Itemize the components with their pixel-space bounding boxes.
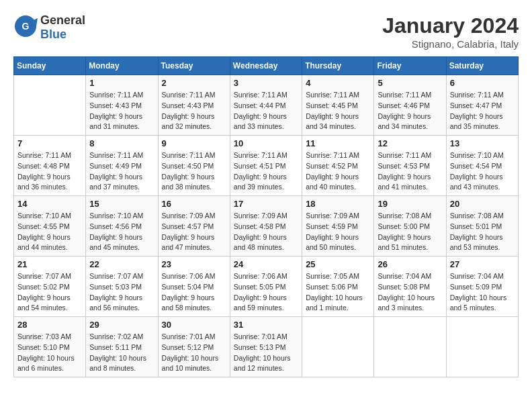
day-cell: 7Sunrise: 7:11 AM Sunset: 4:48 PM Daylig…	[14, 136, 86, 196]
day-number: 7	[17, 138, 82, 148]
day-number: 26	[378, 259, 442, 269]
week-row-1: 1Sunrise: 7:11 AM Sunset: 4:43 PM Daylig…	[14, 75, 519, 136]
day-number: 16	[162, 199, 226, 209]
day-cell: 9Sunrise: 7:11 AM Sunset: 4:50 PM Daylig…	[158, 136, 230, 196]
logo: G General Blue	[13, 13, 85, 42]
day-header-wednesday: Wednesday	[230, 57, 302, 75]
day-number: 6	[450, 78, 515, 88]
day-header-tuesday: Tuesday	[158, 57, 230, 75]
day-cell	[14, 75, 86, 136]
week-row-5: 28Sunrise: 7:03 AM Sunset: 5:10 PM Dayli…	[14, 317, 519, 377]
day-number: 24	[234, 259, 298, 269]
day-header-friday: Friday	[374, 57, 446, 75]
day-info: Sunrise: 7:02 AM Sunset: 5:11 PM Dayligh…	[89, 332, 154, 374]
day-cell: 18Sunrise: 7:09 AM Sunset: 4:59 PM Dayli…	[302, 196, 374, 257]
week-row-4: 21Sunrise: 7:07 AM Sunset: 5:02 PM Dayli…	[14, 257, 519, 317]
day-cell: 24Sunrise: 7:06 AM Sunset: 5:05 PM Dayli…	[230, 257, 302, 317]
day-info: Sunrise: 7:09 AM Sunset: 4:58 PM Dayligh…	[234, 211, 298, 253]
day-info: Sunrise: 7:11 AM Sunset: 4:46 PM Dayligh…	[378, 90, 442, 132]
svg-text:G: G	[22, 21, 30, 32]
day-info: Sunrise: 7:11 AM Sunset: 4:47 PM Dayligh…	[450, 90, 515, 132]
day-info: Sunrise: 7:08 AM Sunset: 5:00 PM Dayligh…	[378, 211, 442, 253]
day-cell: 13Sunrise: 7:10 AM Sunset: 4:54 PM Dayli…	[446, 136, 518, 196]
day-number: 15	[89, 199, 154, 209]
day-info: Sunrise: 7:10 AM Sunset: 4:56 PM Dayligh…	[89, 211, 154, 253]
day-info: Sunrise: 7:09 AM Sunset: 4:57 PM Dayligh…	[162, 211, 226, 253]
day-cell	[302, 317, 374, 377]
day-number: 3	[234, 78, 298, 88]
logo-text: General Blue	[40, 13, 85, 42]
day-number: 1	[89, 78, 154, 88]
day-cell: 22Sunrise: 7:07 AM Sunset: 5:03 PM Dayli…	[86, 257, 158, 317]
day-info: Sunrise: 7:01 AM Sunset: 5:13 PM Dayligh…	[234, 332, 298, 374]
calendar-table: SundayMondayTuesdayWednesdayThursdayFrid…	[13, 56, 519, 377]
day-cell: 27Sunrise: 7:04 AM Sunset: 5:09 PM Dayli…	[446, 257, 518, 317]
day-info: Sunrise: 7:11 AM Sunset: 4:52 PM Dayligh…	[306, 150, 370, 193]
day-number: 8	[89, 138, 154, 148]
day-header-sunday: Sunday	[14, 57, 86, 75]
day-info: Sunrise: 7:03 AM Sunset: 5:10 PM Dayligh…	[17, 332, 82, 374]
day-header-thursday: Thursday	[302, 57, 374, 75]
month-title: January 2024	[382, 13, 519, 38]
day-header-monday: Monday	[86, 57, 158, 75]
day-cell: 4Sunrise: 7:11 AM Sunset: 4:45 PM Daylig…	[302, 75, 374, 136]
day-number: 20	[450, 199, 515, 209]
day-number: 22	[89, 259, 154, 269]
logo-general: General	[40, 13, 85, 27]
day-cell	[446, 317, 518, 377]
day-number: 11	[306, 138, 370, 148]
day-cell: 21Sunrise: 7:07 AM Sunset: 5:02 PM Dayli…	[14, 257, 86, 317]
day-info: Sunrise: 7:07 AM Sunset: 5:03 PM Dayligh…	[89, 271, 154, 314]
day-number: 14	[17, 199, 82, 209]
day-info: Sunrise: 7:11 AM Sunset: 4:45 PM Dayligh…	[306, 90, 370, 132]
day-info: Sunrise: 7:11 AM Sunset: 4:44 PM Dayligh…	[234, 90, 298, 132]
day-info: Sunrise: 7:07 AM Sunset: 5:02 PM Dayligh…	[17, 271, 82, 314]
day-cell: 10Sunrise: 7:11 AM Sunset: 4:51 PM Dayli…	[230, 136, 302, 196]
day-cell: 15Sunrise: 7:10 AM Sunset: 4:56 PM Dayli…	[86, 196, 158, 257]
day-number: 13	[450, 138, 515, 148]
day-cell: 1Sunrise: 7:11 AM Sunset: 4:43 PM Daylig…	[86, 75, 158, 136]
day-number: 27	[450, 259, 515, 269]
week-row-3: 14Sunrise: 7:10 AM Sunset: 4:55 PM Dayli…	[14, 196, 519, 257]
day-number: 12	[378, 138, 442, 148]
day-info: Sunrise: 7:11 AM Sunset: 4:49 PM Dayligh…	[89, 150, 154, 193]
day-info: Sunrise: 7:01 AM Sunset: 5:12 PM Dayligh…	[162, 332, 226, 374]
day-cell: 26Sunrise: 7:04 AM Sunset: 5:08 PM Dayli…	[374, 257, 446, 317]
day-number: 25	[306, 259, 370, 269]
day-number: 31	[234, 320, 298, 330]
day-cell: 5Sunrise: 7:11 AM Sunset: 4:46 PM Daylig…	[374, 75, 446, 136]
day-cell: 3Sunrise: 7:11 AM Sunset: 4:44 PM Daylig…	[230, 75, 302, 136]
day-info: Sunrise: 7:04 AM Sunset: 5:09 PM Dayligh…	[450, 271, 515, 314]
day-info: Sunrise: 7:10 AM Sunset: 4:54 PM Dayligh…	[450, 150, 515, 193]
day-cell: 20Sunrise: 7:08 AM Sunset: 5:01 PM Dayli…	[446, 196, 518, 257]
day-cell: 30Sunrise: 7:01 AM Sunset: 5:12 PM Dayli…	[158, 317, 230, 377]
day-number: 4	[306, 78, 370, 88]
day-cell: 16Sunrise: 7:09 AM Sunset: 4:57 PM Dayli…	[158, 196, 230, 257]
day-info: Sunrise: 7:06 AM Sunset: 5:04 PM Dayligh…	[162, 271, 226, 314]
day-cell: 17Sunrise: 7:09 AM Sunset: 4:58 PM Dayli…	[230, 196, 302, 257]
day-cell: 29Sunrise: 7:02 AM Sunset: 5:11 PM Dayli…	[86, 317, 158, 377]
day-info: Sunrise: 7:10 AM Sunset: 4:55 PM Dayligh…	[17, 211, 82, 253]
day-cell: 8Sunrise: 7:11 AM Sunset: 4:49 PM Daylig…	[86, 136, 158, 196]
day-info: Sunrise: 7:11 AM Sunset: 4:51 PM Dayligh…	[234, 150, 298, 193]
day-cell: 23Sunrise: 7:06 AM Sunset: 5:04 PM Dayli…	[158, 257, 230, 317]
day-info: Sunrise: 7:04 AM Sunset: 5:08 PM Dayligh…	[378, 271, 442, 314]
day-cell: 11Sunrise: 7:11 AM Sunset: 4:52 PM Dayli…	[302, 136, 374, 196]
day-header-saturday: Saturday	[446, 57, 518, 75]
logo-icon: G	[13, 14, 38, 41]
calendar-header-row: SundayMondayTuesdayWednesdayThursdayFrid…	[14, 57, 519, 75]
week-row-2: 7Sunrise: 7:11 AM Sunset: 4:48 PM Daylig…	[14, 136, 519, 196]
day-cell: 6Sunrise: 7:11 AM Sunset: 4:47 PM Daylig…	[446, 75, 518, 136]
day-cell: 25Sunrise: 7:05 AM Sunset: 5:06 PM Dayli…	[302, 257, 374, 317]
day-cell	[374, 317, 446, 377]
day-info: Sunrise: 7:09 AM Sunset: 4:59 PM Dayligh…	[306, 211, 370, 253]
day-number: 2	[162, 78, 226, 88]
day-cell: 19Sunrise: 7:08 AM Sunset: 5:00 PM Dayli…	[374, 196, 446, 257]
day-number: 23	[162, 259, 226, 269]
day-number: 5	[378, 78, 442, 88]
day-info: Sunrise: 7:06 AM Sunset: 5:05 PM Dayligh…	[234, 271, 298, 314]
logo-blue: Blue	[40, 28, 66, 41]
day-info: Sunrise: 7:08 AM Sunset: 5:01 PM Dayligh…	[450, 211, 515, 253]
day-info: Sunrise: 7:11 AM Sunset: 4:50 PM Dayligh…	[162, 150, 226, 193]
day-number: 18	[306, 199, 370, 209]
